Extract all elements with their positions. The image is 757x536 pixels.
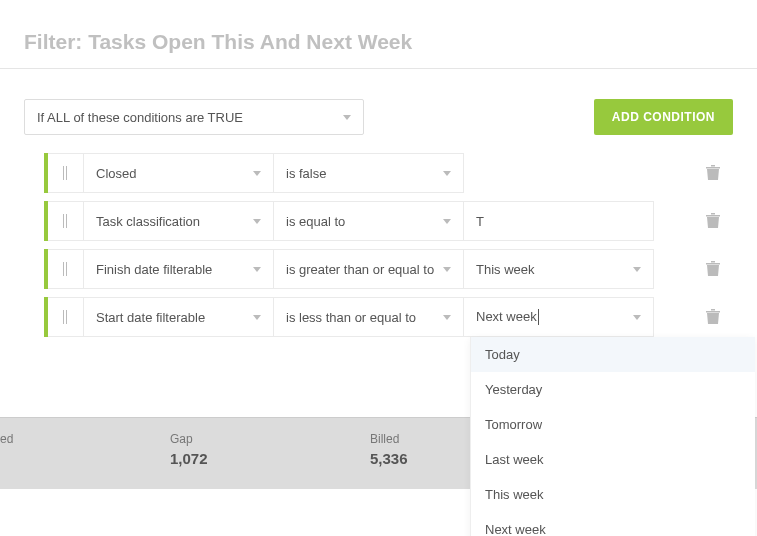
field-select[interactable]: Task classification bbox=[84, 201, 274, 241]
add-condition-button[interactable]: Add Condition bbox=[594, 99, 733, 135]
operator-label: is greater than or equal to bbox=[286, 262, 434, 277]
condition-row: Finish date filterable is greater than o… bbox=[44, 249, 733, 289]
page-title: Filter: Tasks Open This And Next Week bbox=[24, 30, 733, 54]
svg-rect-4 bbox=[63, 262, 64, 276]
value-label: Next week bbox=[476, 309, 539, 326]
scope-label: If ALL of these conditions are TRUE bbox=[37, 110, 243, 125]
field-label: Start date filterable bbox=[96, 310, 205, 325]
svg-rect-6 bbox=[63, 310, 64, 324]
svg-rect-0 bbox=[63, 166, 64, 180]
value-label: T bbox=[476, 214, 484, 229]
value-label: This week bbox=[476, 262, 535, 277]
drag-handle-icon[interactable] bbox=[48, 201, 84, 241]
dropdown-option[interactable]: Today bbox=[471, 337, 755, 372]
summary-col-gap: Gap 1,072 bbox=[170, 432, 370, 467]
caret-down-icon bbox=[253, 267, 261, 272]
summary-col-approved: pproved ,416 bbox=[0, 432, 170, 467]
scope-dropdown[interactable]: If ALL of these conditions are TRUE bbox=[24, 99, 364, 135]
value-select[interactable]: T bbox=[464, 201, 654, 241]
drag-handle-icon[interactable] bbox=[48, 249, 84, 289]
delete-row-button[interactable] bbox=[693, 201, 733, 241]
svg-rect-3 bbox=[66, 214, 67, 228]
svg-rect-2 bbox=[63, 214, 64, 228]
svg-rect-7 bbox=[66, 310, 67, 324]
field-label: Finish date filterable bbox=[96, 262, 212, 277]
caret-down-icon bbox=[253, 219, 261, 224]
operator-select[interactable]: is less than or equal to bbox=[274, 297, 464, 337]
drag-handle-icon[interactable] bbox=[48, 297, 84, 337]
condition-row: Start date filterable is less than or eq… bbox=[44, 297, 733, 337]
operator-label: is false bbox=[286, 166, 326, 181]
dropdown-option[interactable]: Tomorrow bbox=[471, 407, 755, 442]
delete-row-button[interactable] bbox=[693, 153, 733, 193]
operator-select[interactable]: is equal to bbox=[274, 201, 464, 241]
dropdown-option[interactable]: This week bbox=[471, 477, 755, 489]
svg-rect-1 bbox=[66, 166, 67, 180]
value-select[interactable]: Next week bbox=[464, 297, 654, 337]
drag-handle-icon[interactable] bbox=[48, 153, 84, 193]
delete-row-button[interactable] bbox=[693, 249, 733, 289]
value-select[interactable]: This week bbox=[464, 249, 654, 289]
condition-row: Closed is false bbox=[44, 153, 733, 193]
field-label: Task classification bbox=[96, 214, 200, 229]
summary-label: Gap bbox=[170, 432, 370, 446]
page-header: Filter: Tasks Open This And Next Week bbox=[0, 0, 757, 69]
condition-row: Task classification is equal to T bbox=[44, 201, 733, 241]
svg-rect-5 bbox=[66, 262, 67, 276]
caret-down-icon bbox=[443, 171, 451, 176]
delete-row-button[interactable] bbox=[693, 297, 733, 337]
caret-down-icon bbox=[443, 219, 451, 224]
dropdown-option[interactable]: Yesterday bbox=[471, 372, 755, 407]
caret-down-icon bbox=[253, 315, 261, 320]
summary-value: 1,072 bbox=[170, 450, 370, 467]
caret-down-icon bbox=[343, 115, 351, 120]
summary-label: pproved bbox=[0, 432, 170, 446]
summary-value: ,416 bbox=[0, 450, 170, 467]
dropdown-option[interactable]: Last week bbox=[471, 442, 755, 477]
operator-label: is equal to bbox=[286, 214, 345, 229]
field-label: Closed bbox=[96, 166, 136, 181]
caret-down-icon bbox=[443, 315, 451, 320]
field-select[interactable]: Finish date filterable bbox=[84, 249, 274, 289]
field-select[interactable]: Start date filterable bbox=[84, 297, 274, 337]
caret-down-icon bbox=[633, 315, 641, 320]
caret-down-icon bbox=[633, 267, 641, 272]
operator-select[interactable]: is greater than or equal to bbox=[274, 249, 464, 289]
date-options-dropdown[interactable]: TodayYesterdayTomorrowLast weekThis week… bbox=[470, 337, 755, 489]
field-select[interactable]: Closed bbox=[84, 153, 274, 193]
operator-select[interactable]: is false bbox=[274, 153, 464, 193]
operator-label: is less than or equal to bbox=[286, 310, 416, 325]
caret-down-icon bbox=[253, 171, 261, 176]
caret-down-icon bbox=[443, 267, 451, 272]
